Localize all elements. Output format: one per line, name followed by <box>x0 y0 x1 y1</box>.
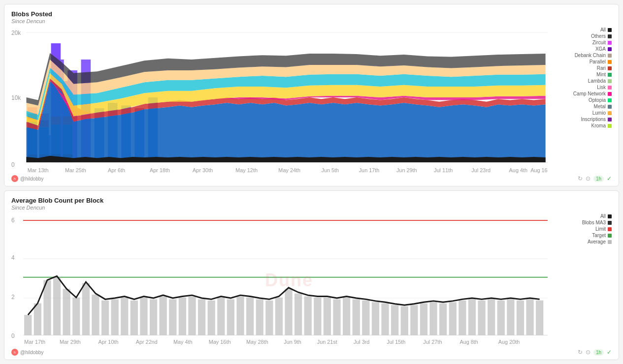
time-badge: 1h <box>593 349 604 356</box>
svg-rect-65 <box>111 299 119 335</box>
legend-dot <box>608 118 612 121</box>
chart1-svg: 20k 10k 0 <box>11 27 548 173</box>
svg-rect-61 <box>72 298 80 335</box>
legend-item: Zircuit <box>552 40 612 45</box>
legend-dot <box>608 54 612 58</box>
svg-rect-108 <box>526 299 533 335</box>
chart2-footer: h @hildobby ↻ ⊙ 1h ✓ <box>11 349 612 356</box>
legend-item: XGA <box>552 46 612 52</box>
legend-item: Lambda <box>552 78 612 84</box>
legend-dot <box>608 98 612 102</box>
svg-rect-63 <box>92 295 99 335</box>
svg-text:May 12th: May 12th <box>235 167 258 173</box>
chart2-body: Dune 6 4 2 0 <box>11 213 612 347</box>
svg-rect-101 <box>459 301 466 335</box>
svg-rect-76 <box>217 298 225 335</box>
legend-dot <box>608 73 612 77</box>
legend-label: Parallel <box>590 59 606 64</box>
legend-label: Rari <box>597 65 606 71</box>
legend-dot <box>608 34 612 38</box>
legend-item: Blobs MA3 <box>552 220 612 225</box>
legend-item: Lisk <box>552 85 612 90</box>
svg-rect-66 <box>121 298 128 335</box>
svg-text:Jun 5th: Jun 5th <box>321 167 339 173</box>
svg-rect-86 <box>314 298 321 335</box>
svg-rect-104 <box>488 299 495 335</box>
svg-rect-58 <box>43 280 51 335</box>
legend-dot <box>608 227 612 231</box>
legend-dot <box>608 221 612 225</box>
legend-label: All <box>600 27 606 32</box>
legend-label: Optopia <box>589 97 606 103</box>
svg-text:20k: 20k <box>11 30 21 36</box>
chart1-footer-right: ↻ ⊙ 1h ✓ <box>578 175 612 182</box>
svg-rect-91 <box>362 301 369 335</box>
legend-item: Metal <box>552 104 612 109</box>
svg-rect-96 <box>410 305 418 335</box>
svg-text:Jun 9th: Jun 9th <box>284 339 301 345</box>
svg-rect-103 <box>478 301 485 335</box>
legend-dot <box>608 66 612 70</box>
refresh-icon[interactable]: ↻ <box>578 175 583 182</box>
legend-label: Limit <box>595 226 606 232</box>
share-icon[interactable]: ⊙ <box>586 175 590 182</box>
svg-rect-107 <box>517 301 524 335</box>
legend-label: Lambda <box>588 78 606 84</box>
svg-rect-105 <box>497 301 505 335</box>
legend-item: Target <box>552 233 612 238</box>
chart1-legend: All Others Zircuit XGA Debank Chain <box>548 27 612 173</box>
blobs-posted-card: Blobs Posted Since Dencun 20k 10k 0 <box>4 4 619 186</box>
legend-dot <box>608 41 612 45</box>
legend-item: Inscriptions <box>552 117 612 122</box>
legend-dot <box>608 214 612 218</box>
svg-text:0: 0 <box>11 333 15 340</box>
legend-dot <box>608 111 612 115</box>
svg-rect-83 <box>285 289 292 335</box>
svg-rect-98 <box>429 302 437 335</box>
legend-label: Kroma <box>591 123 606 128</box>
svg-text:Jul 11th: Jul 11th <box>434 167 453 173</box>
svg-rect-74 <box>198 299 205 335</box>
svg-rect-79 <box>246 298 254 335</box>
avg-blob-card: Average Blob Count per Block Since Dencu… <box>4 190 619 360</box>
svg-rect-77 <box>227 299 234 335</box>
svg-text:Aug 4th: Aug 4th <box>509 167 528 173</box>
svg-rect-99 <box>439 303 447 335</box>
chart1-footer-left: h @hildobby <box>11 175 43 182</box>
chart2-title: Average Blob Count per Block <box>11 197 612 204</box>
legend-item: Parallel <box>552 59 612 64</box>
legend-dot <box>608 86 612 90</box>
svg-text:Jul 3rd: Jul 3rd <box>354 339 370 345</box>
svg-rect-95 <box>401 306 408 335</box>
share-icon[interactable]: ⊙ <box>586 349 590 356</box>
svg-rect-75 <box>208 301 215 335</box>
chart1-area: 20k 10k 0 <box>11 27 548 173</box>
svg-rect-97 <box>420 303 427 335</box>
legend-dot <box>608 79 612 83</box>
svg-rect-68 <box>140 298 147 335</box>
chart2-subtitle: Since Dencun <box>11 205 612 211</box>
svg-text:Jul 27th: Jul 27th <box>423 339 442 345</box>
svg-rect-109 <box>536 301 543 335</box>
refresh-icon[interactable]: ↻ <box>578 349 583 356</box>
legend-label: All <box>600 213 606 219</box>
legend-dot <box>608 240 612 244</box>
chart1-subtitle: Since Dencun <box>11 18 612 24</box>
svg-rect-78 <box>236 296 244 335</box>
legend-item: Average <box>552 239 612 244</box>
chart2-footer-right: ↻ ⊙ 1h ✓ <box>578 349 612 356</box>
legend-label: Average <box>588 239 606 244</box>
chart1-author: @hildobby <box>20 176 43 182</box>
legend-label: Inscriptions <box>581 117 606 122</box>
svg-text:4: 4 <box>11 254 15 262</box>
chart2-author: @hildobby <box>20 350 43 355</box>
svg-rect-102 <box>468 299 476 335</box>
dashboard: Blobs Posted Since Dencun 20k 10k 0 <box>0 0 623 364</box>
svg-rect-90 <box>353 299 360 335</box>
chart2-legend: All Blobs MA3 Limit Target Average <box>548 213 612 347</box>
svg-rect-81 <box>265 301 273 335</box>
svg-rect-62 <box>82 283 90 335</box>
svg-rect-71 <box>169 299 176 335</box>
svg-text:Jun 29th: Jun 29th <box>396 167 417 173</box>
legend-label: Target <box>592 233 606 238</box>
